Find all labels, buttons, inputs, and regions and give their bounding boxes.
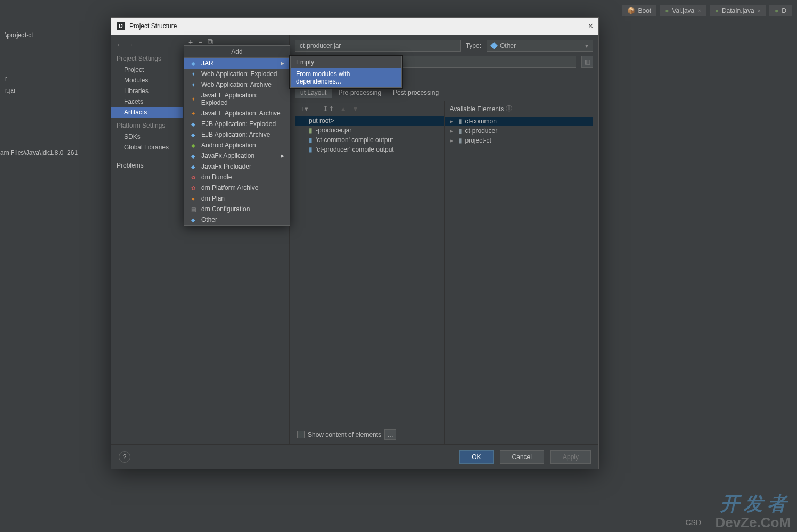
watermark-cn: 开发者 bbox=[720, 491, 791, 517]
ejb-icon: ◆ bbox=[190, 131, 197, 138]
artifact-detail-panel: Type: Other ▾ ou\artifacts\ct_producer_j… bbox=[290, 35, 598, 444]
down-button[interactable]: ▼ bbox=[352, 105, 359, 113]
popup-item[interactable]: ◆JavaFx Preloader bbox=[184, 161, 290, 172]
sidebar-item-modules[interactable]: Modules bbox=[111, 75, 183, 86]
tree-row[interactable]: ▮'ct-common' compile output bbox=[295, 135, 444, 145]
popup-item[interactable]: ◆Android Application bbox=[184, 140, 290, 151]
dialog-title: Project Structure bbox=[129, 22, 177, 30]
checkbox-icon[interactable] bbox=[297, 431, 305, 438]
popup-item[interactable]: ✿dm Bundle bbox=[184, 172, 290, 182]
tab-pre-processing[interactable]: Pre-processing bbox=[333, 87, 387, 98]
help-button[interactable]: ? bbox=[119, 451, 130, 463]
back-icon[interactable]: ← bbox=[117, 41, 123, 48]
add-artifact-popup: Add ◆JAR▶ ✦Web Application: Exploded ✦We… bbox=[184, 45, 290, 226]
jar-submenu: Empty From modules with dependencies... bbox=[290, 56, 402, 88]
jar-icon: ◆ bbox=[190, 60, 197, 67]
artifact-name-input[interactable] bbox=[295, 40, 461, 52]
popup-item[interactable]: ●dm Plan bbox=[184, 193, 290, 204]
ejb-icon: ◆ bbox=[190, 120, 197, 128]
show-content-checkbox[interactable]: Show content of elements … bbox=[295, 429, 444, 440]
close-icon[interactable]: × bbox=[697, 7, 701, 14]
sidebar-item-artifacts[interactable]: Artifacts bbox=[111, 107, 183, 118]
project-tree-bg: \project-ct r r.jar bbox=[0, 29, 39, 96]
up-button[interactable]: ▲ bbox=[340, 105, 347, 113]
dm-icon: ✿ bbox=[190, 173, 197, 181]
config-icon: ▤ bbox=[190, 205, 197, 213]
tree-row[interactable]: ▸▮ct-common bbox=[445, 117, 594, 126]
tab-post-processing[interactable]: Post-processing bbox=[388, 87, 444, 98]
sidebar-item-facets[interactable]: Facets bbox=[111, 96, 183, 107]
cancel-button[interactable]: Cancel bbox=[500, 450, 544, 464]
forward-icon[interactable]: → bbox=[127, 41, 134, 48]
editor-tab[interactable]: ● DataIn.java × bbox=[710, 5, 766, 16]
sidebar-item-project[interactable]: Project bbox=[111, 64, 183, 75]
output-layout-tree: +▾ − ↧↥ ▲ ▼ put root> ▮-producer.jar ▮'c… bbox=[295, 101, 445, 444]
sidebar-item-global-libs[interactable]: Global Libraries bbox=[111, 142, 183, 153]
add-content-button[interactable]: +▾ bbox=[300, 105, 308, 113]
sidebar-group: Platform Settings bbox=[111, 118, 183, 131]
popup-item-jar[interactable]: ◆JAR▶ bbox=[184, 58, 290, 69]
sort-button[interactable]: ↧↥ bbox=[323, 105, 334, 113]
javaee-icon: ✦ bbox=[190, 110, 197, 117]
popup-item[interactable]: ✦JavaEE Application: Exploded bbox=[184, 90, 290, 108]
popup-item[interactable]: ◆EJB Application: Exploded bbox=[184, 119, 290, 129]
sidebar-item-problems[interactable]: Problems bbox=[111, 160, 183, 171]
editor-tab[interactable]: ● Val.java × bbox=[660, 5, 706, 16]
remove-content-button[interactable]: − bbox=[314, 105, 318, 113]
module-icon: ▮ bbox=[309, 146, 313, 153]
editor-tab[interactable]: ● D bbox=[769, 5, 792, 16]
other-icon: ◆ bbox=[190, 216, 197, 223]
type-label: Type: bbox=[466, 42, 481, 49]
intellij-logo-icon: IJ bbox=[117, 22, 125, 30]
sidebar-item-sdks[interactable]: SDKs bbox=[111, 131, 183, 142]
nav-arrows[interactable]: ←→ bbox=[111, 39, 183, 51]
module-icon: ▮ bbox=[309, 136, 313, 144]
android-icon: ◆ bbox=[190, 142, 197, 149]
submenu-empty[interactable]: Empty bbox=[291, 56, 401, 68]
jar-icon: ▮ bbox=[309, 127, 313, 134]
more-button[interactable]: … bbox=[384, 429, 396, 440]
popup-item[interactable]: ◆Other bbox=[184, 214, 290, 225]
dialog-titlebar: IJ Project Structure × bbox=[111, 18, 598, 35]
dialog-close-button[interactable]: × bbox=[588, 21, 593, 31]
submenu-from-modules[interactable]: From modules with dependencies... bbox=[291, 68, 401, 87]
tree-row[interactable]: ▸▮project-ct bbox=[445, 136, 594, 145]
tree-row[interactable]: ▸▮ct-producer bbox=[445, 126, 594, 136]
tree-row[interactable]: ▮'ct-producer' compile output bbox=[295, 145, 444, 154]
plan-icon: ● bbox=[190, 195, 197, 202]
chevron-down-icon: ▾ bbox=[585, 42, 588, 49]
folder-icon: ▮ bbox=[458, 127, 462, 135]
popup-item[interactable]: ✦Web Application: Exploded bbox=[184, 69, 290, 79]
close-icon[interactable]: × bbox=[758, 7, 761, 14]
popup-item[interactable]: ◆JavaFx Application▶ bbox=[184, 151, 290, 161]
ok-button[interactable]: OK bbox=[459, 450, 493, 464]
sidebar-item-libraries[interactable]: Libraries bbox=[111, 86, 183, 96]
popup-item[interactable]: ✦Web Application: Archive bbox=[184, 79, 290, 90]
javaee-icon: ✦ bbox=[190, 95, 197, 103]
settings-sidebar: ←→ Project Settings Project Modules Libr… bbox=[111, 35, 183, 444]
run-config[interactable]: 📦 Boot bbox=[622, 5, 657, 16]
tree-row[interactable]: put root> bbox=[295, 116, 444, 126]
watermark-en: DevZe.CoM bbox=[715, 514, 791, 531]
chevron-right-icon: ▶ bbox=[281, 61, 284, 66]
popup-header: Add bbox=[184, 46, 290, 58]
available-elements-label: Available Elements bbox=[450, 105, 504, 113]
dialog-footer: ? OK Cancel Apply bbox=[111, 444, 598, 469]
popup-item[interactable]: ✦JavaEE Application: Archive bbox=[184, 108, 290, 119]
folder-icon: ▮ bbox=[458, 118, 462, 125]
javafx-icon: ◆ bbox=[190, 152, 197, 160]
popup-item[interactable]: ▤dm Configuration bbox=[184, 204, 290, 214]
folder-icon: ▮ bbox=[458, 137, 462, 144]
folder-icon: ▥ bbox=[585, 58, 590, 65]
csdn-watermark: CSD bbox=[685, 518, 701, 527]
popup-item[interactable]: ✿dm Platform Archive bbox=[184, 182, 290, 193]
apply-button[interactable]: Apply bbox=[550, 450, 591, 464]
type-select[interactable]: Other ▾ bbox=[487, 40, 593, 52]
tab-output-layout[interactable]: ut Layout bbox=[295, 87, 332, 98]
help-icon[interactable]: ⓘ bbox=[506, 104, 512, 113]
jdk-path: am Files\Java\jdk1.8.0_261 bbox=[0, 149, 78, 156]
browse-button[interactable]: ▥ bbox=[581, 56, 593, 68]
available-elements-panel: Available Elements ⓘ ▸▮ct-common ▸▮ct-pr… bbox=[445, 101, 594, 444]
tree-row[interactable]: ▮-producer.jar bbox=[295, 126, 444, 135]
popup-item[interactable]: ◆EJB Application: Archive bbox=[184, 129, 290, 140]
